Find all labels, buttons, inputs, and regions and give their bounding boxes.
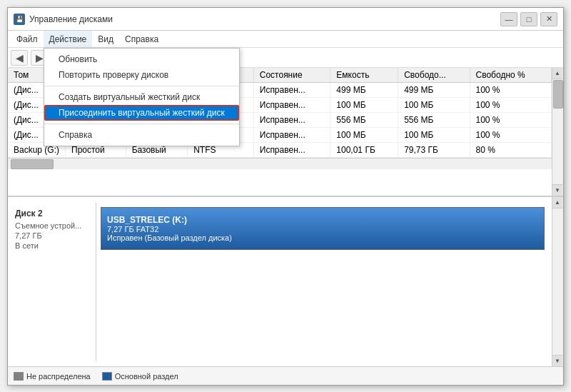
h-scrollbar-thumb[interactable]: [11, 159, 54, 169]
cell-free: 100 МБ: [398, 98, 470, 113]
cell-freepct: 100 %: [470, 83, 551, 98]
disk-scroll-up-button[interactable]: ▲: [552, 197, 562, 208]
menu-item-rescan[interactable]: Повторить проверку дисков: [44, 67, 239, 83]
disk-view-area: Диск 2 Съемное устрой... 7,27 ГБ В сети …: [8, 196, 563, 366]
disk-view-v-scrollbar[interactable]: ▲ ▼: [552, 197, 563, 366]
title-bar-left: 💾 Управление дисками: [14, 14, 113, 25]
menu-view[interactable]: Вид: [92, 31, 119, 47]
menu-bar: Файл Действие Вид Справка Обновить Повто…: [8, 31, 563, 48]
cell-status: Исправен...: [253, 98, 330, 113]
partition-bar-container: USB_STRELEC (K:) 7,27 ГБ FAT32 Исправен …: [101, 207, 545, 250]
menu-file[interactable]: Файл: [11, 31, 44, 47]
close-button[interactable]: ✕: [540, 12, 557, 26]
cell-status: Исправен...: [253, 128, 330, 143]
cell-freepct: 100 %: [470, 128, 551, 143]
disk-network: В сети: [15, 241, 91, 250]
cell-capacity: 499 МБ: [330, 83, 398, 98]
action-dropdown: Обновить Повторить проверку дисков Созда…: [44, 48, 240, 146]
cell-freepct: 80 %: [470, 143, 551, 158]
menu-action[interactable]: Действие: [44, 31, 93, 47]
dropdown-separator-2: [44, 124, 239, 124]
cell-capacity: 100,01 ГБ: [330, 143, 398, 158]
cell-free: 499 МБ: [398, 83, 470, 98]
disk-scrollbar-track: [552, 208, 563, 355]
window-title: Управление дисками: [29, 14, 113, 24]
cell-free: 100 МБ: [398, 128, 470, 143]
scroll-down-button[interactable]: ▼: [552, 184, 562, 196]
cell-status: Исправен...: [253, 83, 330, 98]
title-controls: — □ ✕: [500, 12, 557, 26]
col-capacity: Емкость: [330, 68, 398, 83]
dropdown-separator-1: [44, 86, 239, 86]
cell-capacity: 100 МБ: [330, 128, 398, 143]
partition-bar[interactable]: USB_STRELEC (K:) 7,27 ГБ FAT32 Исправен …: [101, 208, 544, 249]
cell-freepct: 100 %: [470, 113, 551, 128]
main-window: 💾 Управление дисками — □ ✕ Файл Действие…: [7, 7, 564, 386]
menu-item-attach-vhd[interactable]: Присоединить виртуальный жесткий диск: [44, 105, 239, 121]
col-free: Свободо...: [398, 68, 470, 83]
legend-label-primary: Основной раздел: [115, 372, 178, 381]
horizontal-scrollbar[interactable]: [8, 158, 552, 169]
cell-capacity: 100 МБ: [330, 98, 398, 113]
disk-size: 7,27 ГБ: [15, 231, 91, 240]
cell-freepct: 100 %: [470, 98, 551, 113]
minimize-button[interactable]: —: [500, 12, 517, 26]
col-freepct: Свободно %: [470, 68, 551, 83]
col-status: Состояние: [253, 68, 330, 83]
status-bar: Не распределена Основной раздел: [8, 366, 563, 385]
legend-primary: Основной раздел: [102, 372, 178, 381]
disk-scroll-down-button[interactable]: ▼: [552, 355, 562, 366]
legend-unallocated: Не распределена: [14, 372, 91, 381]
disk-type: Съемное устрой...: [15, 221, 91, 230]
scroll-up-button[interactable]: ▲: [552, 68, 562, 79]
cell-status: Исправен...: [253, 143, 330, 158]
disk-label: Диск 2: [15, 208, 91, 218]
partition-view: USB_STRELEC (K:) 7,27 ГБ FAT32 Исправен …: [96, 203, 549, 361]
back-button[interactable]: ◀: [11, 50, 28, 66]
v-scrollbar-thumb[interactable]: [553, 80, 563, 109]
legend-box-unallocated: [14, 372, 24, 381]
cell-status: Исправен...: [253, 113, 330, 128]
cell-capacity: 556 МБ: [330, 113, 398, 128]
maximize-button[interactable]: □: [520, 12, 537, 26]
cell-free: 79,73 ГБ: [398, 143, 470, 158]
partition-status: Исправен (Базовый раздел диска): [107, 233, 538, 242]
menu-item-help[interactable]: Справка: [44, 127, 239, 143]
menu-item-refresh[interactable]: Обновить: [44, 51, 239, 67]
scrollbar-track: [552, 109, 563, 184]
disk-info-panel: Диск 2 Съемное устрой... 7,27 ГБ В сети: [11, 203, 96, 361]
partition-size: 7,27 ГБ FAT32: [107, 225, 538, 233]
cell-free: 556 МБ: [398, 113, 470, 128]
table-v-scrollbar[interactable]: ▲ ▼: [552, 68, 563, 196]
partition-name: USB_STRELEC (K:): [107, 215, 538, 225]
app-icon: 💾: [14, 14, 25, 25]
menu-item-create-vhd[interactable]: Создать виртуальный жесткий диск: [44, 89, 239, 105]
legend-box-primary: [102, 372, 112, 381]
menu-help[interactable]: Справка: [119, 31, 164, 47]
legend-label-unallocated: Не распределена: [26, 372, 91, 381]
title-bar: 💾 Управление дисками — □ ✕: [8, 8, 563, 31]
